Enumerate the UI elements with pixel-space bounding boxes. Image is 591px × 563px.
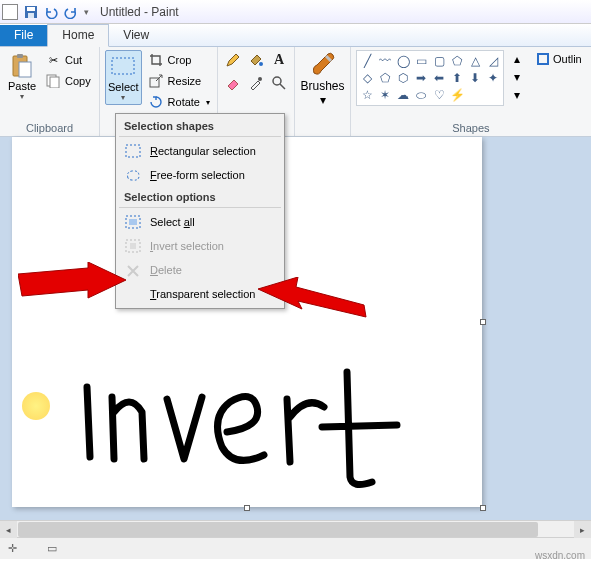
shape-curve[interactable]: 〰 xyxy=(376,52,394,69)
shape-righttri[interactable]: ◿ xyxy=(484,52,502,69)
shape-heart[interactable]: ♡ xyxy=(430,86,448,103)
fill-tool[interactable] xyxy=(246,50,266,70)
copy-button[interactable]: Copy xyxy=(41,71,95,91)
invert-selection-icon xyxy=(124,238,142,254)
resize-handle-right[interactable] xyxy=(480,319,486,325)
shape-5star[interactable]: ☆ xyxy=(358,86,376,103)
svg-line-13 xyxy=(280,84,285,89)
scroll-right-button[interactable]: ▸ xyxy=(574,521,591,538)
chevron-down-icon: ▾ xyxy=(121,93,125,102)
scroll-thumb[interactable] xyxy=(18,522,538,537)
ribbon-tabs: File Home View xyxy=(0,24,591,47)
shape-callout2[interactable]: ⬭ xyxy=(412,86,430,103)
resize-handle-corner[interactable] xyxy=(480,505,486,511)
color-picker-tool[interactable] xyxy=(246,73,266,93)
shape-oval[interactable]: ◯ xyxy=(394,52,412,69)
group-clipboard: Paste ▾ ✂Cut Copy Clipboard xyxy=(0,47,100,136)
shape-lightning[interactable]: ⚡ xyxy=(448,86,466,103)
scroll-left-button[interactable]: ◂ xyxy=(0,521,17,538)
scissors-icon: ✂ xyxy=(45,52,61,68)
watermark: wsxdn.com xyxy=(535,550,585,561)
chevron-down-icon: ▾ xyxy=(20,92,24,101)
svg-rect-7 xyxy=(50,77,59,88)
shape-callout1[interactable]: ☁ xyxy=(394,86,412,103)
rotate-icon xyxy=(148,94,164,110)
svg-rect-4 xyxy=(17,54,23,58)
shape-hexagon[interactable]: ⬡ xyxy=(394,69,412,86)
group-label-clipboard: Clipboard xyxy=(0,121,99,136)
shapes-scroll-down[interactable]: ▾ xyxy=(508,68,526,86)
brushes-button[interactable]: Brushes ▾ xyxy=(297,49,348,107)
paste-icon xyxy=(7,52,37,80)
cut-button[interactable]: ✂Cut xyxy=(41,50,95,70)
magnifier-tool[interactable] xyxy=(269,73,289,93)
copy-icon xyxy=(45,73,61,89)
crop-icon xyxy=(148,52,164,68)
svg-rect-8 xyxy=(112,58,134,74)
shape-arrowr[interactable]: ➡ xyxy=(412,69,430,86)
quick-access-toolbar: ▾ xyxy=(22,3,90,21)
shape-triangle[interactable]: △ xyxy=(466,52,484,69)
menu-freeform-selection[interactable]: Free-form selection xyxy=(118,163,282,187)
resize-handle-bottom[interactable] xyxy=(244,505,250,511)
rotate-button[interactable]: Rotate▾ xyxy=(144,92,214,112)
shape-6star[interactable]: ✶ xyxy=(376,86,394,103)
svg-marker-15 xyxy=(18,262,126,298)
shapes-scroll-up[interactable]: ▴ xyxy=(508,50,526,68)
select-all-icon xyxy=(124,214,142,230)
window-title: Untitled - Paint xyxy=(100,5,179,19)
tab-home[interactable]: Home xyxy=(47,24,109,47)
undo-icon[interactable] xyxy=(42,3,60,21)
shape-rect[interactable]: ▭ xyxy=(412,52,430,69)
title-bar: ▾ Untitled - Paint xyxy=(0,0,591,24)
save-icon[interactable] xyxy=(22,3,40,21)
shape-4star[interactable]: ✦ xyxy=(484,69,502,86)
shape-arrowl[interactable]: ⬅ xyxy=(430,69,448,86)
shape-arrowd[interactable]: ⬇ xyxy=(466,69,484,86)
resize-icon xyxy=(148,73,164,89)
select-icon xyxy=(108,53,138,81)
qat-dropdown-icon[interactable]: ▾ xyxy=(82,7,90,17)
rectangular-selection-icon xyxy=(124,143,142,159)
shapes-more[interactable]: ▾ xyxy=(508,86,526,104)
menu-rectangular-selection[interactable]: Rectangular selection xyxy=(118,139,282,163)
pencil-tool[interactable] xyxy=(223,50,243,70)
menu-select-all[interactable]: Select all xyxy=(118,210,282,234)
shape-line[interactable]: ╱ xyxy=(358,52,376,69)
crop-button[interactable]: Crop xyxy=(144,50,214,70)
eraser-tool[interactable] xyxy=(223,73,243,93)
redo-icon[interactable] xyxy=(62,3,80,21)
freeform-selection-icon xyxy=(124,167,142,183)
status-cursor-icon: ✛ xyxy=(8,542,17,555)
shape-arrowu[interactable]: ⬆ xyxy=(448,69,466,86)
shape-polygon[interactable]: ⬠ xyxy=(448,52,466,69)
svg-rect-14 xyxy=(538,54,548,64)
paste-button[interactable]: Paste ▾ xyxy=(5,50,39,103)
tab-view[interactable]: View xyxy=(109,25,163,46)
svg-point-12 xyxy=(273,77,281,85)
annotation-arrow-right xyxy=(258,277,368,337)
system-menu-icon[interactable] xyxy=(2,4,18,20)
svg-rect-1 xyxy=(27,7,35,11)
resize-button[interactable]: Resize xyxy=(144,71,214,91)
select-button[interactable]: Select ▾ xyxy=(105,50,142,105)
group-shapes: ╱ 〰 ◯ ▭ ▢ ⬠ △ ◿ ◇ ⬠ ⬡ ➡ ⬅ ⬆ ⬇ ✦ ☆ ✶ ☁ ⬭ xyxy=(351,47,591,136)
shape-roundrect[interactable]: ▢ xyxy=(430,52,448,69)
shapes-gallery[interactable]: ╱ 〰 ◯ ▭ ▢ ⬠ △ ◿ ◇ ⬠ ⬡ ➡ ⬅ ⬆ ⬇ ✦ ☆ ✶ ☁ ⬭ xyxy=(356,50,504,106)
group-brushes: Brushes ▾ xyxy=(295,47,351,136)
outline-icon xyxy=(536,52,550,66)
shape-diamond[interactable]: ◇ xyxy=(358,69,376,86)
outline-button[interactable]: Outlin xyxy=(532,50,586,68)
svg-point-11 xyxy=(258,77,262,81)
svg-rect-5 xyxy=(19,62,31,77)
svg-rect-21 xyxy=(130,243,136,249)
ribbon: Paste ▾ ✂Cut Copy Clipboard Select ▾ Cro… xyxy=(0,47,591,137)
status-bar: ✛ ▭ xyxy=(0,537,591,559)
shape-pentagon[interactable]: ⬠ xyxy=(376,69,394,86)
horizontal-scrollbar[interactable]: ◂ ▸ xyxy=(0,520,591,537)
menu-header-shapes: Selection shapes xyxy=(118,116,282,134)
brush-icon xyxy=(308,49,338,79)
menu-invert-selection: Invert selection xyxy=(118,234,282,258)
text-tool[interactable]: A xyxy=(269,50,289,70)
tab-file[interactable]: File xyxy=(0,25,47,46)
